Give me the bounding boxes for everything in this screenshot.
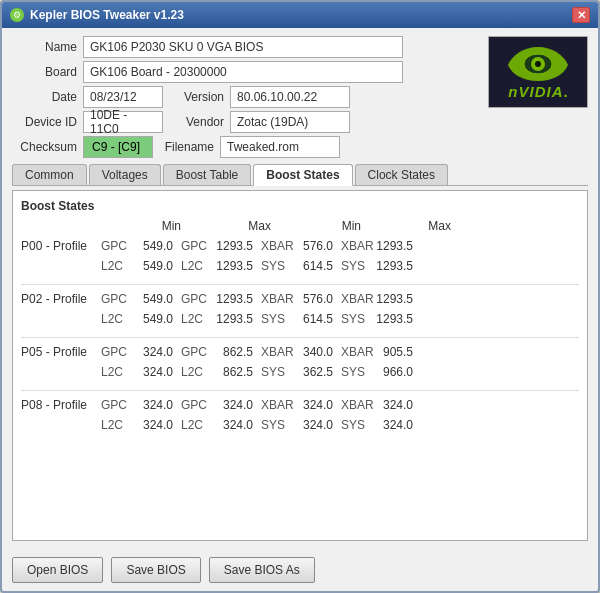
version-label: Version [169,90,224,104]
tab-clock-states[interactable]: Clock States [355,164,448,185]
p02-row1: P02 - Profile GPC 549.0 GPC 1293.5 XBAR … [21,289,579,309]
max-header-1: Max [226,219,271,233]
date-field[interactable]: 08/23/12 [83,86,163,108]
version-field[interactable]: 80.06.10.00.22 [230,86,350,108]
min-header-1: Min [136,219,181,233]
window-title: Kepler BIOS Tweaker v1.23 [30,8,184,22]
close-button[interactable]: ✕ [572,7,590,23]
nvidia-brand-text: nVIDIA . [508,83,567,100]
vendor-field[interactable]: Zotac (19DA) [230,111,350,133]
p00-row1: P00 - Profile GPC 549.0 GPC 1293.5 XBAR … [21,236,579,256]
profile-p00: P00 - Profile GPC 549.0 GPC 1293.5 XBAR … [21,236,579,276]
filename-field[interactable]: Tweaked.rom [220,136,340,158]
col-headers: Min Max Min Max [21,219,579,233]
nvidia-eye-icon [506,45,571,83]
app-icon: ⚙ [10,8,24,22]
profile-p05: P05 - Profile GPC 324.0 GPC 862.5 XBAR 3… [21,342,579,382]
deviceid-label: Device ID [12,115,77,129]
title-bar: ⚙ Kepler BIOS Tweaker v1.23 ✕ [2,2,598,28]
tab-boost-table[interactable]: Boost Table [163,164,252,185]
p08-row2: L2C 324.0 L2C 324.0 SYS 324.0 SYS 324.0 [21,415,579,435]
header-fields: Name GK106 P2030 SKU 0 VGA BIOS Board GK… [12,36,480,158]
tab-voltages[interactable]: Voltages [89,164,161,185]
tab-boost-states[interactable]: Boost States [253,164,352,186]
deviceid-vendor-row: Device ID 10DE - 11C0 Vendor Zotac (19DA… [12,111,480,133]
tabs-row: Common Voltages Boost Table Boost States… [12,164,588,186]
p05-row2: L2C 324.0 L2C 862.5 SYS 362.5 SYS 966.0 [21,362,579,382]
p05-row1: P05 - Profile GPC 324.0 GPC 862.5 XBAR 3… [21,342,579,362]
date-label: Date [12,90,77,104]
svg-point-2 [535,61,541,67]
checksum-filename-row: Checksum C9 - [C9] Filename Tweaked.rom [12,136,480,158]
main-window: ⚙ Kepler BIOS Tweaker v1.23 ✕ Name GK106… [0,0,600,593]
save-bios-button[interactable]: Save BIOS [111,557,200,583]
max-header-2: Max [411,219,451,233]
footer: Open BIOS Save BIOS Save BIOS As [2,549,598,591]
p00-row2: L2C 549.0 L2C 1293.5 SYS 614.5 SYS 1293.… [21,256,579,276]
profile-p02: P02 - Profile GPC 549.0 GPC 1293.5 XBAR … [21,289,579,329]
divider-1 [21,284,579,285]
vendor-label: Vendor [169,115,224,129]
nvidia-logo: nVIDIA . [488,36,588,108]
title-bar-left: ⚙ Kepler BIOS Tweaker v1.23 [10,8,184,22]
profile-p08: P08 - Profile GPC 324.0 GPC 324.0 XBAR 3… [21,395,579,435]
checksum-label: Checksum [12,140,77,154]
p02-row2: L2C 549.0 L2C 1293.5 SYS 614.5 SYS 1293.… [21,309,579,329]
name-field[interactable]: GK106 P2030 SKU 0 VGA BIOS [83,36,403,58]
min-header-2: Min [321,219,361,233]
divider-2 [21,337,579,338]
main-panel: Boost States Min Max Min Max P00 - Profi… [12,190,588,541]
p08-row1: P08 - Profile GPC 324.0 GPC 324.0 XBAR 3… [21,395,579,415]
panel-title: Boost States [21,199,579,213]
board-field[interactable]: GK106 Board - 20300000 [83,61,403,83]
date-version-row: Date 08/23/12 Version 80.06.10.00.22 [12,86,480,108]
board-label: Board [12,65,77,79]
filename-label: Filename [159,140,214,154]
deviceid-field[interactable]: 10DE - 11C0 [83,111,163,133]
tab-common[interactable]: Common [12,164,87,185]
name-row: Name GK106 P2030 SKU 0 VGA BIOS [12,36,480,58]
board-row: Board GK106 Board - 20300000 [12,61,480,83]
open-bios-button[interactable]: Open BIOS [12,557,103,583]
header-area: Name GK106 P2030 SKU 0 VGA BIOS Board GK… [12,36,588,158]
name-label: Name [12,40,77,54]
checksum-value: C9 - [C9] [83,136,153,158]
save-bios-as-button[interactable]: Save BIOS As [209,557,315,583]
divider-3 [21,390,579,391]
content-area: Name GK106 P2030 SKU 0 VGA BIOS Board GK… [2,28,598,549]
